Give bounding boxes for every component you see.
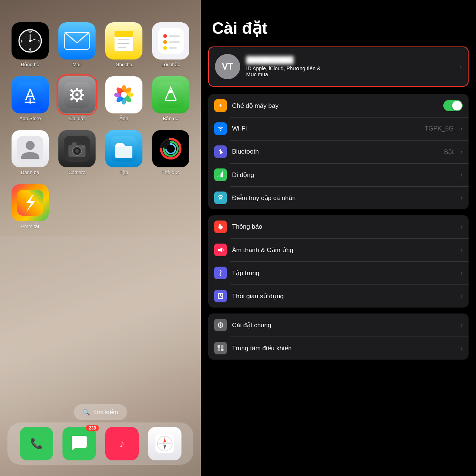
dock-messages[interactable]: 239 [62, 427, 96, 460]
app-label-mail: Mail [73, 62, 81, 67]
wifi-chevron: › [460, 125, 463, 133]
svg-rect-32 [70, 94, 73, 96]
bluetooth-label: Bluetooth [232, 148, 439, 155]
app-shortcuts[interactable]: Phím tắt [11, 184, 49, 229]
screentime-label: Thời gian sử dụng [232, 292, 455, 300]
svg-point-28 [75, 93, 78, 96]
app-settings[interactable]: Cài đặt [58, 76, 96, 121]
airplane-toggle[interactable] [443, 100, 463, 111]
settings-row-controlcenter[interactable]: Trung tâm điều khiển › [208, 337, 469, 360]
profile-row[interactable]: VT ██████████ ID Apple, iCloud, Phương t… [208, 46, 469, 87]
general-icon [214, 319, 227, 331]
svg-text:12: 12 [28, 30, 32, 34]
svg-rect-14 [158, 28, 184, 54]
app-label-clock: Đồng hồ [21, 62, 40, 67]
notifications-chevron: › [460, 223, 463, 231]
svg-rect-30 [76, 99, 78, 102]
hotspot-chevron: › [460, 194, 463, 202]
svg-point-16 [163, 40, 167, 44]
app-appstore[interactable]: A App Store [11, 76, 49, 121]
app-label-maps: Bản đồ [163, 116, 179, 121]
notifications-icon: ! [214, 221, 227, 233]
dock: 📞 239 ♪ [7, 422, 193, 465]
app-label-camera: Camera [68, 170, 86, 175]
app-grid: 12 3 6 9 Đồng hồ Mail [0, 0, 201, 237]
app-label-appstore: App Store [19, 116, 41, 121]
dock-safari[interactable] [148, 427, 181, 460]
settings-group-notifications: ! Thông báo › Âm thanh & Cảm ứng › [208, 215, 469, 308]
svg-point-57 [82, 146, 84, 148]
settings-row-focus[interactable]: Tập trung › [208, 261, 469, 284]
notifications-label: Thông báo [232, 223, 455, 231]
svg-text:📞: 📞 [30, 437, 43, 450]
settings-row-screentime[interactable]: Thời gian sử dụng › [208, 284, 469, 308]
svg-point-7 [29, 40, 31, 42]
profile-subtitle: ID Apple, iCloud, Phương tiện &Mục mua [246, 65, 454, 77]
app-label-files: Tệp [119, 170, 128, 175]
svg-rect-92 [218, 325, 219, 325]
profile-chevron: › [460, 63, 462, 71]
app-label-shortcuts: Phím tắt [21, 223, 39, 229]
app-files[interactable]: Tệp [105, 130, 143, 175]
app-label-notes: Ghi chú [116, 62, 132, 67]
search-bar[interactable]: 🔍 Tìm kiếm [74, 404, 127, 420]
controlcenter-chevron: › [460, 344, 463, 352]
settings-panel: Cài đặt VT ██████████ ID Apple, iCloud, … [201, 0, 476, 476]
screentime-chevron: › [460, 292, 463, 300]
settings-title: Cài đặt [201, 19, 476, 38]
hotspot-label: Điểm truy cập cá nhân [232, 194, 455, 202]
app-label-photos: Ảnh [119, 116, 128, 121]
settings-row-hotspot[interactable]: Điểm truy cập cá nhân › [208, 186, 469, 209]
svg-rect-90 [220, 322, 221, 324]
settings-row-wifi[interactable]: Wi-Fi TGPK_5G › [208, 117, 469, 140]
airplane-label: Chế độ máy bay [232, 102, 438, 110]
settings-row-airplane[interactable]: ✈ Chế độ máy bay [208, 94, 469, 117]
svg-point-50 [26, 141, 35, 150]
settings-row-mobile[interactable]: Di động › [208, 163, 469, 186]
svg-rect-96 [218, 348, 220, 351]
bluetooth-value: Bật [444, 148, 454, 156]
app-clock[interactable]: 12 3 6 9 Đồng hồ [11, 22, 49, 67]
svg-point-48 [169, 90, 173, 93]
app-notes[interactable]: Ghi chú [105, 22, 143, 67]
search-label: Tìm kiếm [93, 409, 118, 416]
svg-rect-59 [115, 146, 132, 158]
settings-row-general[interactable]: Cài đặt chung › [208, 313, 469, 337]
app-camera[interactable]: Camera [58, 130, 96, 175]
dock-music[interactable]: ♪ [105, 427, 139, 460]
app-photos[interactable]: Ảnh [105, 76, 143, 121]
wifi-label: Wi-Fi [232, 125, 419, 132]
app-reminders[interactable]: Lời nhắc [152, 22, 190, 67]
svg-text:6: 6 [29, 48, 31, 51]
controlcenter-icon [214, 342, 227, 354]
svg-point-46 [121, 92, 127, 98]
dock-phone[interactable]: 📞 [20, 427, 53, 460]
hotspot-icon [214, 192, 227, 204]
app-fitness[interactable]: Thể dục [152, 130, 190, 175]
svg-rect-94 [218, 345, 220, 348]
svg-rect-97 [221, 348, 223, 351]
app-maps[interactable]: Bản đồ [152, 76, 190, 121]
mobile-icon [214, 168, 227, 181]
mobile-chevron: › [460, 171, 463, 179]
focus-icon [214, 267, 227, 279]
sound-icon [214, 244, 227, 256]
svg-rect-47 [158, 82, 184, 108]
settings-row-bluetooth[interactable]: Bluetooth Bật › [208, 140, 469, 163]
wifi-value: TGPK_5G [425, 125, 454, 132]
general-chevron: › [460, 321, 463, 329]
svg-marker-84 [218, 247, 222, 253]
general-label: Cài đặt chung [232, 321, 455, 329]
svg-text:!: ! [222, 224, 222, 226]
settings-row-notifications[interactable]: ! Thông báo › [208, 215, 469, 238]
app-label-settings: Cài đặt [69, 116, 85, 121]
profile-info: ██████████ ID Apple, iCloud, Phương tiện… [246, 56, 454, 77]
svg-rect-29 [76, 88, 78, 91]
app-contacts[interactable]: Danh bạ [11, 130, 49, 175]
svg-rect-56 [72, 142, 77, 145]
svg-point-15 [163, 34, 167, 38]
svg-point-89 [220, 324, 221, 326]
app-mail[interactable]: Mail [58, 22, 96, 67]
app-label-reminders: Lời nhắc [161, 62, 180, 67]
settings-row-sound[interactable]: Âm thanh & Cảm ứng › [208, 238, 469, 261]
